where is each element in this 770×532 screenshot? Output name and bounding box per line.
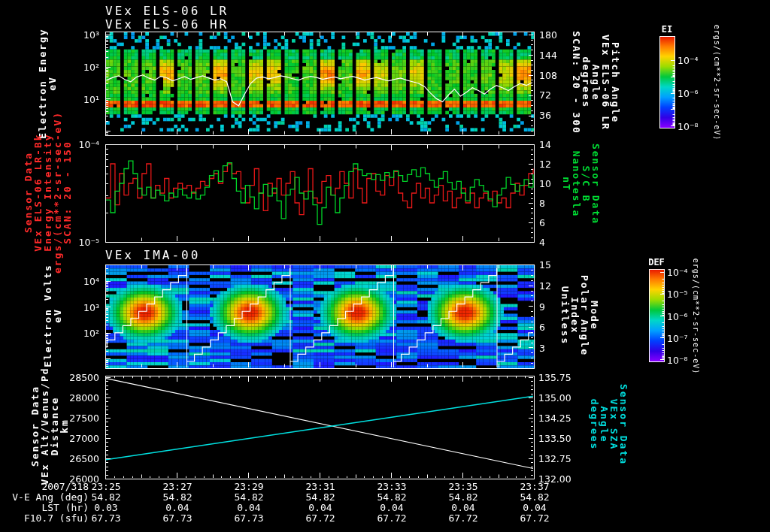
tick-label: 54.82 bbox=[298, 491, 343, 503]
tick-label: 144 bbox=[539, 50, 569, 59]
tick-label: 54.82 bbox=[369, 491, 414, 503]
tick-label: 10¹ bbox=[63, 94, 99, 104]
tick-label: 54.82 bbox=[226, 491, 271, 503]
tick-label: 23:29 bbox=[226, 481, 271, 492]
tick-label: 108 bbox=[539, 70, 569, 80]
tick-label: 135.00 bbox=[538, 392, 581, 402]
tick-label: 10² bbox=[63, 62, 99, 71]
tick-label: 133.50 bbox=[538, 433, 581, 443]
tick-label: 10⁴ bbox=[63, 276, 99, 286]
lst-row-label: LST (hr) bbox=[0, 502, 89, 513]
panel1-right-label: Pitch AngleVEx ELS-06 LRAngledegreesSCAN… bbox=[571, 31, 620, 135]
tick-label: 23:25 bbox=[83, 481, 129, 492]
tick-label: 54.82 bbox=[441, 491, 486, 503]
tick-label: 132.75 bbox=[538, 453, 581, 463]
tick-label: 10⁻⁴ bbox=[678, 55, 708, 65]
tick-label: 23:27 bbox=[155, 481, 200, 492]
lst-row: LST (hr) 0.030.040.040.040.040.040.04 bbox=[0, 502, 770, 512]
panel1-title-hr: VEx ELS-06 HR bbox=[105, 17, 229, 32]
tick-label: 67.73 bbox=[226, 512, 271, 524]
panel1-pitchangle-tick-labels: 1801441087236 bbox=[539, 29, 569, 119]
ve-angle-row: V-E Ang (deg) 54.8254.8254.8254.8254.825… bbox=[0, 491, 770, 502]
tick-label: 10³ bbox=[63, 29, 99, 39]
colorbar-ei-unit-label: ergs/(cm**2-sr-sec-eV) bbox=[713, 25, 721, 141]
tick-label: 0.04 bbox=[298, 502, 343, 513]
panel4-sza-tick-labels: 135.75135.00134.25133.50132.75132.00 bbox=[538, 372, 581, 483]
time-axis-row: 2007/318 23:2523:2723:2923:3123:3323:352… bbox=[0, 481, 770, 491]
tick-label: 23:33 bbox=[369, 481, 414, 492]
tick-label: 54.82 bbox=[512, 491, 557, 503]
panel4-ylabel: Sensor DataVEx Alt/Venus/PdDistancekm bbox=[30, 367, 69, 485]
tick-label: 0.04 bbox=[155, 502, 200, 513]
ve-angle-values: 54.8254.8254.8254.8254.8254.8254.82 bbox=[83, 491, 557, 503]
panel3-energy-tick-labels: 10⁴10³10² bbox=[63, 276, 99, 337]
panel3-title-ima: VEx IMA-00 bbox=[105, 248, 200, 262]
tick-label: 4 bbox=[539, 237, 569, 246]
tick-label: 23:37 bbox=[512, 481, 557, 492]
date-label: 2007/318 bbox=[0, 481, 89, 492]
panel1-title-lr: VEx ELS-06 LR bbox=[105, 4, 229, 18]
panel3-ylabel: Electron VoltseV bbox=[43, 264, 62, 367]
lst-values: 0.030.040.040.040.040.040.04 bbox=[83, 502, 557, 513]
panel2-right-label: Sensor DataS/C BNanoteslanT bbox=[562, 144, 601, 225]
tick-label: 67.72 bbox=[369, 512, 414, 524]
tick-label: 67.72 bbox=[441, 512, 486, 524]
vex-orbit-plot-screen: VEx ELS-06 LR VEx ELS-06 HR VEx IMA-00 1… bbox=[0, 0, 770, 532]
panel4-right-label: Sensor DataVEx SZAAngledegrees bbox=[590, 384, 629, 465]
panel1-energy-tick-labels: 10³10²10¹ bbox=[63, 29, 99, 104]
tick-label: 67.72 bbox=[512, 512, 557, 524]
colorbar-def-title: DEF bbox=[647, 257, 666, 268]
tick-label: 10² bbox=[63, 328, 99, 337]
colorbar-ei-tick-labels: 10⁻⁴10⁻⁶10⁻⁸ bbox=[678, 55, 708, 131]
tick-label: 23:31 bbox=[298, 481, 343, 492]
tick-label: 36 bbox=[539, 110, 569, 119]
tick-label: 10⁻⁸ bbox=[678, 121, 708, 131]
tick-label: 0.04 bbox=[369, 502, 414, 513]
tick-label: 10³ bbox=[63, 302, 99, 312]
colorbar-def-unit-label: ergs/(cm**2-sr-sec-eV) bbox=[692, 258, 700, 374]
tick-label: 67.73 bbox=[155, 512, 200, 524]
tick-label: 180 bbox=[539, 29, 569, 39]
tick-label: 72 bbox=[539, 89, 569, 99]
time-tick-labels: 23:2523:2723:2923:3123:3323:3523:37 bbox=[83, 481, 557, 492]
f107-row-label: F10.7 (sfu) bbox=[0, 512, 89, 524]
f107-values: 67.7367.7367.7367.7267.7267.7267.72 bbox=[83, 512, 557, 524]
panel2-ylabel: Sensor DataVEx ELS-06 LR-BkEnergy Intens… bbox=[23, 111, 72, 274]
tick-label: 0.04 bbox=[226, 502, 271, 513]
tick-label: 10⁻⁶ bbox=[678, 88, 708, 98]
tick-label: 15 bbox=[539, 259, 569, 269]
panel3-right-label: ModePolar AngleIndexUnitless bbox=[560, 275, 599, 356]
ve-angle-row-label: V-E Ang (deg) bbox=[0, 491, 89, 503]
tick-label: 67.73 bbox=[83, 512, 129, 524]
tick-label: 0.03 bbox=[83, 502, 129, 513]
tick-label: 54.82 bbox=[83, 491, 129, 503]
tick-label: 135.75 bbox=[538, 372, 581, 382]
tick-label: 67.72 bbox=[298, 512, 343, 524]
colorbar-ei-title: EI bbox=[659, 24, 675, 35]
tick-label: 0.04 bbox=[441, 502, 486, 513]
tick-label: 0.04 bbox=[512, 502, 557, 513]
tick-label: 23:35 bbox=[441, 481, 486, 492]
tick-label: 134.25 bbox=[538, 413, 581, 422]
tick-label: 54.82 bbox=[155, 491, 200, 503]
f107-row: F10.7 (sfu) 67.7367.7367.7367.7267.7267.… bbox=[0, 512, 770, 523]
